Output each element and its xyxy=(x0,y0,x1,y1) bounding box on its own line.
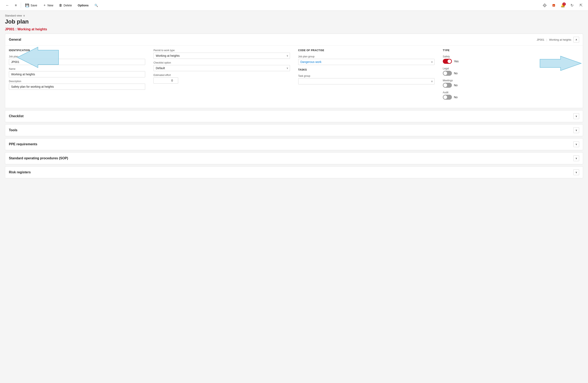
external-link-button[interactable]: ⇱ xyxy=(577,2,585,9)
new-label: New xyxy=(47,4,53,7)
risk-collapse-button[interactable]: ∨ xyxy=(573,169,579,175)
name-label: Name xyxy=(9,68,145,70)
effort-label: Estimated effort xyxy=(153,74,290,77)
tools-section-header[interactable]: Tools ∨ xyxy=(5,124,583,136)
menu-button[interactable]: ≡ xyxy=(12,2,19,8)
task-group-select-wrapper: ∨ xyxy=(298,78,435,84)
external-link-icon: ⇱ xyxy=(580,3,583,8)
general-section-meta: JP001 | Working at heights ∧ xyxy=(537,37,579,43)
audit-toggle[interactable] xyxy=(443,95,452,100)
ppe-title: PPE requirements xyxy=(9,142,37,146)
delete-button[interactable]: 🗑 Delete xyxy=(57,2,74,8)
options-label: Options xyxy=(78,4,89,7)
task-group-select[interactable] xyxy=(298,78,435,84)
diamond-icon-btn[interactable] xyxy=(541,2,548,9)
general-section-header-left: General xyxy=(9,38,21,42)
permit-select[interactable]: Working at heights xyxy=(153,53,290,59)
effort-input[interactable] xyxy=(153,77,178,84)
safety-toggle[interactable] xyxy=(443,59,452,64)
code-tasks-column: CODE OF PRACTISE Job plan group Dangerou… xyxy=(298,49,435,103)
back-button[interactable]: ← xyxy=(3,2,12,8)
record-header: JP001 : Working at heights xyxy=(5,27,583,31)
sop-section-header[interactable]: Standard operating procedures (SOP) ∨ xyxy=(5,153,583,164)
description-field: Description xyxy=(9,80,145,92)
type-label: TYPE xyxy=(443,49,579,53)
menu-icon: ≡ xyxy=(15,3,17,7)
tools-collapse-button[interactable]: ∨ xyxy=(573,127,579,133)
sop-title: Standard operating procedures (SOP) xyxy=(9,157,68,160)
chevron-down-icon-3: ∨ xyxy=(575,143,577,146)
office-icon: O xyxy=(552,3,556,7)
checklist-field: Checklist option Default ∨ xyxy=(153,61,290,71)
name-field: Name xyxy=(9,68,145,80)
ppe-section: PPE requirements ∨ xyxy=(5,138,583,150)
checklist-collapse-button[interactable]: ∨ xyxy=(573,113,579,119)
save-label: Save xyxy=(31,4,37,7)
meetings-toggle-row: No xyxy=(443,83,579,88)
general-section: General JP001 | Working at heights ∧ IDE… xyxy=(5,34,583,108)
new-button[interactable]: ＋ New xyxy=(41,2,56,9)
job-plan-input[interactable] xyxy=(9,59,145,65)
name-input[interactable] xyxy=(9,71,145,77)
audit-label: Audit xyxy=(443,91,579,94)
safety-label: Safety xyxy=(443,55,579,58)
options-button[interactable]: Options xyxy=(75,2,91,8)
legal-toggle-value: No xyxy=(454,72,458,75)
risk-section-header[interactable]: Risk registers ∨ xyxy=(5,167,583,178)
office-icon-btn[interactable]: O xyxy=(550,2,557,9)
effort-input-wrapper xyxy=(153,77,290,84)
permit-label: Permit to work type xyxy=(153,49,290,52)
ppe-collapse-button[interactable]: ∨ xyxy=(573,141,579,147)
job-plan-label: Job plan xyxy=(9,55,145,58)
audit-toggle-value: No xyxy=(454,95,458,99)
checklist-label: Checklist option xyxy=(153,61,290,64)
sop-collapse-button[interactable]: ∨ xyxy=(573,155,579,161)
save-icon: 💾 xyxy=(25,3,29,7)
legal-toggle[interactable] xyxy=(443,71,452,76)
notification-button[interactable]: 🔔 0 xyxy=(559,2,567,9)
save-button[interactable]: 💾 Save xyxy=(23,2,40,8)
safety-toggle-value: Yes xyxy=(454,60,459,63)
legal-toggle-knob xyxy=(443,71,447,75)
checklist-section: Checklist ∨ xyxy=(5,110,583,122)
main-content: Standard view ∨ Job plan JP001 : Working… xyxy=(0,11,588,184)
notification-badge: 0 xyxy=(562,2,566,6)
meetings-toggle[interactable] xyxy=(443,83,452,88)
permit-select-wrapper: Working at heights ∨ xyxy=(153,53,290,59)
description-input[interactable] xyxy=(9,84,145,90)
type-column: TYPE Safety Yes xyxy=(443,49,579,103)
view-selector[interactable]: Standard view ∨ xyxy=(5,14,583,17)
general-section-body: IDENTIFICATION Job plan Name Description xyxy=(5,45,583,108)
job-plan-group-label: Job plan group xyxy=(298,55,435,58)
ppe-section-header[interactable]: PPE requirements ∨ xyxy=(5,138,583,150)
job-plan-field: Job plan xyxy=(9,55,145,68)
safety-toggle-row: Yes xyxy=(443,59,579,64)
toolbar-right: O 🔔 0 ↻ ⇱ xyxy=(541,2,585,9)
meta-separator: | xyxy=(546,38,547,41)
job-plan-group-select[interactable]: Dangerous work xyxy=(298,59,435,65)
legal-label: Legal xyxy=(443,67,579,70)
chevron-up-icon: ∧ xyxy=(575,38,577,41)
general-collapse-button[interactable]: ∧ xyxy=(573,37,579,43)
refresh-button[interactable]: ↻ xyxy=(568,2,576,9)
general-meta-code: JP001 xyxy=(537,38,544,41)
new-icon: ＋ xyxy=(43,3,46,7)
checklist-select[interactable]: Default xyxy=(153,65,290,71)
general-section-header[interactable]: General JP001 | Working at heights ∧ xyxy=(5,34,583,45)
identification-label: IDENTIFICATION xyxy=(9,49,145,53)
chevron-down-icon-2: ∨ xyxy=(575,129,577,132)
back-icon: ← xyxy=(6,3,9,7)
svg-text:O: O xyxy=(553,4,554,7)
job-plan-group-select-wrapper: Dangerous work ∨ xyxy=(298,59,435,65)
checklist-title: Checklist xyxy=(9,114,23,118)
task-group-label: Task group xyxy=(298,74,435,77)
audit-toggle-knob xyxy=(443,95,447,99)
refresh-icon: ↻ xyxy=(570,3,574,8)
general-columns: IDENTIFICATION Job plan Name Description xyxy=(9,49,579,103)
chevron-down-icon-5: ∨ xyxy=(575,171,577,174)
search-button[interactable]: 🔍 xyxy=(92,2,101,8)
permit-column: Permit to work type Working at heights ∨… xyxy=(153,49,290,103)
code-of-practise-label: CODE OF PRACTISE xyxy=(298,49,435,53)
page-title: Job plan xyxy=(5,18,583,25)
checklist-section-header[interactable]: Checklist ∨ xyxy=(5,111,583,122)
